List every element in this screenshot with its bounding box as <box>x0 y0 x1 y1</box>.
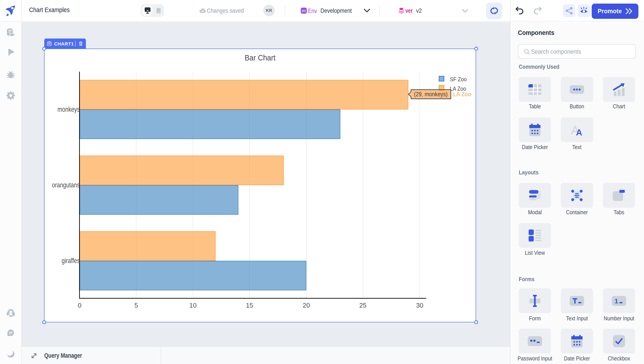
svg-text:1: 1 <box>614 297 618 305</box>
svg-text:A: A <box>576 128 582 136</box>
